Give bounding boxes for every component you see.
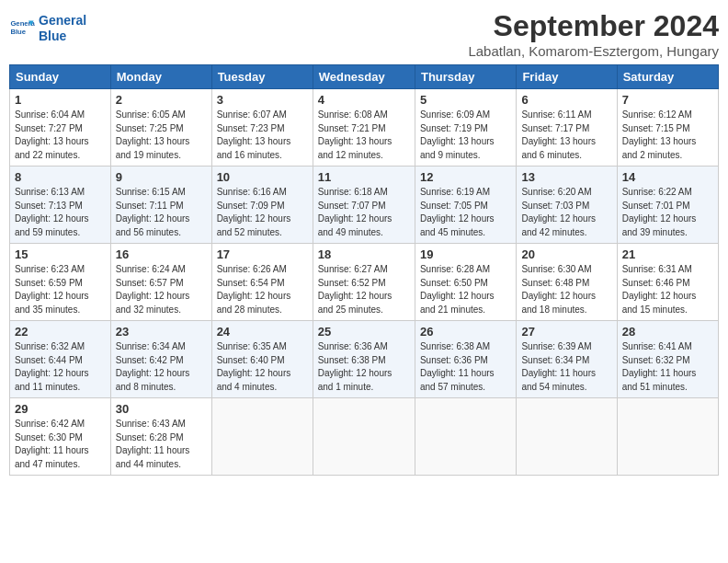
- day-detail: Sunrise: 6:12 AM Sunset: 7:15 PM Dayligh…: [622, 109, 713, 162]
- svg-text:Blue: Blue: [10, 27, 26, 35]
- day-detail: Sunrise: 6:23 AM Sunset: 6:59 PM Dayligh…: [15, 263, 106, 316]
- calendar-cell: 4Sunrise: 6:08 AM Sunset: 7:21 PM Daylig…: [313, 89, 415, 167]
- day-number: 28: [622, 325, 713, 339]
- day-number: 23: [116, 325, 207, 339]
- weekday-header-sunday: Sunday: [10, 65, 111, 89]
- weekday-header-thursday: Thursday: [415, 65, 516, 89]
- day-detail: Sunrise: 6:26 AM Sunset: 6:54 PM Dayligh…: [217, 263, 308, 316]
- day-detail: Sunrise: 6:19 AM Sunset: 7:05 PM Dayligh…: [420, 186, 511, 239]
- day-number: 13: [521, 170, 611, 184]
- day-detail: Sunrise: 6:15 AM Sunset: 7:11 PM Dayligh…: [116, 186, 207, 239]
- calendar-cell: 12Sunrise: 6:19 AM Sunset: 7:05 PM Dayli…: [415, 167, 516, 244]
- day-detail: Sunrise: 6:09 AM Sunset: 7:19 PM Dayligh…: [420, 109, 511, 162]
- calendar-cell: 15Sunrise: 6:23 AM Sunset: 6:59 PM Dayli…: [10, 244, 111, 321]
- calendar-week-1: 1Sunrise: 6:04 AM Sunset: 7:27 PM Daylig…: [10, 89, 719, 167]
- calendar-cell: 7Sunrise: 6:12 AM Sunset: 7:15 PM Daylig…: [617, 89, 718, 167]
- day-number: 7: [622, 93, 713, 107]
- calendar-cell: 27Sunrise: 6:39 AM Sunset: 6:34 PM Dayli…: [517, 321, 617, 398]
- day-detail: Sunrise: 6:11 AM Sunset: 7:17 PM Dayligh…: [521, 109, 611, 162]
- logo-line2: Blue: [39, 29, 66, 43]
- day-number: 18: [318, 247, 410, 261]
- day-number: 21: [622, 247, 713, 261]
- calendar-week-4: 22Sunrise: 6:32 AM Sunset: 6:44 PM Dayli…: [10, 321, 719, 398]
- day-detail: Sunrise: 6:24 AM Sunset: 6:57 PM Dayligh…: [116, 263, 207, 316]
- weekday-header-wednesday: Wednesday: [313, 65, 415, 89]
- day-number: 10: [217, 170, 308, 184]
- day-detail: Sunrise: 6:39 AM Sunset: 6:34 PM Dayligh…: [521, 340, 611, 394]
- day-number: 15: [15, 247, 106, 261]
- day-detail: Sunrise: 6:32 AM Sunset: 6:44 PM Dayligh…: [15, 340, 106, 394]
- calendar-cell: [617, 398, 718, 476]
- day-detail: Sunrise: 6:27 AM Sunset: 6:52 PM Dayligh…: [318, 263, 410, 316]
- day-number: 29: [15, 402, 106, 416]
- day-detail: Sunrise: 6:43 AM Sunset: 6:28 PM Dayligh…: [116, 418, 207, 471]
- day-detail: Sunrise: 6:18 AM Sunset: 7:07 PM Dayligh…: [318, 186, 410, 239]
- weekday-header-monday: Monday: [110, 65, 211, 89]
- calendar-cell: 28Sunrise: 6:41 AM Sunset: 6:32 PM Dayli…: [617, 321, 718, 398]
- logo: General Blue General Blue: [9, 13, 86, 44]
- day-detail: Sunrise: 6:08 AM Sunset: 7:21 PM Dayligh…: [318, 109, 410, 162]
- weekday-header-friday: Friday: [517, 65, 617, 89]
- day-number: 3: [217, 93, 308, 107]
- day-detail: Sunrise: 6:13 AM Sunset: 7:13 PM Dayligh…: [15, 186, 106, 239]
- page-header: General Blue General Blue September 2024…: [9, 9, 719, 59]
- calendar-cell: 23Sunrise: 6:34 AM Sunset: 6:42 PM Dayli…: [110, 321, 211, 398]
- calendar-cell: 20Sunrise: 6:30 AM Sunset: 6:48 PM Dayli…: [517, 244, 617, 321]
- calendar-cell: 3Sunrise: 6:07 AM Sunset: 7:23 PM Daylig…: [211, 89, 313, 167]
- day-detail: Sunrise: 6:41 AM Sunset: 6:32 PM Dayligh…: [622, 340, 713, 394]
- day-detail: Sunrise: 6:38 AM Sunset: 6:36 PM Dayligh…: [420, 340, 511, 394]
- day-number: 25: [318, 325, 410, 339]
- day-detail: Sunrise: 6:30 AM Sunset: 6:48 PM Dayligh…: [521, 263, 611, 316]
- calendar-cell: [517, 398, 617, 476]
- day-detail: Sunrise: 6:35 AM Sunset: 6:40 PM Dayligh…: [217, 340, 308, 394]
- calendar-week-2: 8Sunrise: 6:13 AM Sunset: 7:13 PM Daylig…: [10, 167, 719, 244]
- logo-text: General Blue: [39, 13, 86, 44]
- day-detail: Sunrise: 6:07 AM Sunset: 7:23 PM Dayligh…: [217, 109, 308, 162]
- day-number: 19: [420, 247, 511, 261]
- logo-line1: General: [39, 13, 86, 28]
- title-block: September 2024 Labatlan, Komarom-Eszterg…: [468, 9, 719, 59]
- day-detail: Sunrise: 6:34 AM Sunset: 6:42 PM Dayligh…: [116, 340, 207, 394]
- day-detail: Sunrise: 6:04 AM Sunset: 7:27 PM Dayligh…: [15, 109, 106, 162]
- day-number: 4: [318, 93, 410, 107]
- calendar-cell: 8Sunrise: 6:13 AM Sunset: 7:13 PM Daylig…: [10, 167, 111, 244]
- calendar-cell: 24Sunrise: 6:35 AM Sunset: 6:40 PM Dayli…: [211, 321, 313, 398]
- calendar-cell: 9Sunrise: 6:15 AM Sunset: 7:11 PM Daylig…: [110, 167, 211, 244]
- day-number: 8: [15, 170, 106, 184]
- calendar-cell: 17Sunrise: 6:26 AM Sunset: 6:54 PM Dayli…: [211, 244, 313, 321]
- day-detail: Sunrise: 6:31 AM Sunset: 6:46 PM Dayligh…: [622, 263, 713, 316]
- day-number: 5: [420, 93, 511, 107]
- day-detail: Sunrise: 6:28 AM Sunset: 6:50 PM Dayligh…: [420, 263, 511, 316]
- day-number: 9: [116, 170, 207, 184]
- calendar-week-3: 15Sunrise: 6:23 AM Sunset: 6:59 PM Dayli…: [10, 244, 719, 321]
- day-number: 12: [420, 170, 511, 184]
- calendar-title: September 2024: [468, 9, 719, 43]
- calendar-cell: 30Sunrise: 6:43 AM Sunset: 6:28 PM Dayli…: [110, 398, 211, 476]
- calendar-week-5: 29Sunrise: 6:42 AM Sunset: 6:30 PM Dayli…: [10, 398, 719, 476]
- calendar-cell: 13Sunrise: 6:20 AM Sunset: 7:03 PM Dayli…: [517, 167, 617, 244]
- day-detail: Sunrise: 6:05 AM Sunset: 7:25 PM Dayligh…: [116, 109, 207, 162]
- day-detail: Sunrise: 6:22 AM Sunset: 7:01 PM Dayligh…: [622, 186, 713, 239]
- weekday-header-saturday: Saturday: [617, 65, 718, 89]
- calendar-cell: [211, 398, 313, 476]
- calendar-cell: 14Sunrise: 6:22 AM Sunset: 7:01 PM Dayli…: [617, 167, 718, 244]
- day-number: 2: [116, 93, 207, 107]
- calendar-cell: 2Sunrise: 6:05 AM Sunset: 7:25 PM Daylig…: [110, 89, 211, 167]
- day-number: 16: [116, 247, 207, 261]
- calendar-cell: 21Sunrise: 6:31 AM Sunset: 6:46 PM Dayli…: [617, 244, 718, 321]
- calendar-cell: 29Sunrise: 6:42 AM Sunset: 6:30 PM Dayli…: [10, 398, 111, 476]
- calendar-location: Labatlan, Komarom-Esztergom, Hungary: [468, 43, 719, 59]
- weekday-header-tuesday: Tuesday: [211, 65, 313, 89]
- day-detail: Sunrise: 6:36 AM Sunset: 6:38 PM Dayligh…: [318, 340, 410, 394]
- calendar-table: SundayMondayTuesdayWednesdayThursdayFrid…: [9, 64, 719, 476]
- calendar-cell: 10Sunrise: 6:16 AM Sunset: 7:09 PM Dayli…: [211, 167, 313, 244]
- calendar-cell: [415, 398, 516, 476]
- day-number: 20: [521, 247, 611, 261]
- calendar-cell: 19Sunrise: 6:28 AM Sunset: 6:50 PM Dayli…: [415, 244, 516, 321]
- calendar-cell: 26Sunrise: 6:38 AM Sunset: 6:36 PM Dayli…: [415, 321, 516, 398]
- calendar-cell: 11Sunrise: 6:18 AM Sunset: 7:07 PM Dayli…: [313, 167, 415, 244]
- calendar-cell: 22Sunrise: 6:32 AM Sunset: 6:44 PM Dayli…: [10, 321, 111, 398]
- day-number: 11: [318, 170, 410, 184]
- day-number: 6: [521, 93, 611, 107]
- day-number: 22: [15, 325, 106, 339]
